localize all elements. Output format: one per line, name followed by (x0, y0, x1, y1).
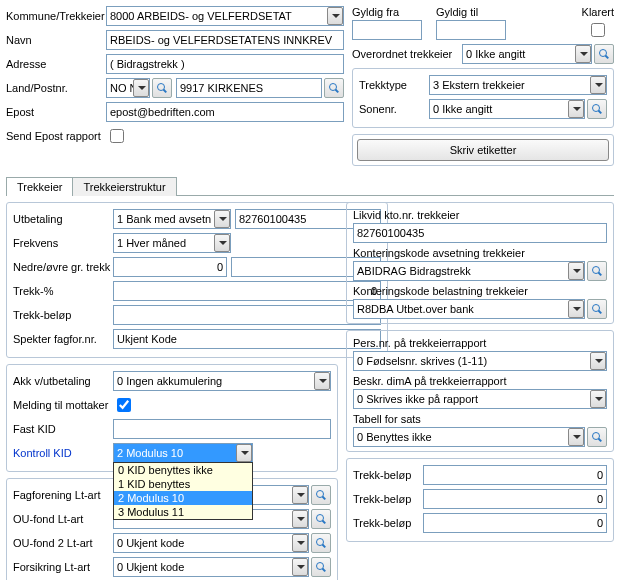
search-icon (329, 83, 339, 93)
nedre-input[interactable] (113, 257, 227, 277)
kont-bel-input[interactable] (353, 299, 585, 319)
forsikring-search-btn[interactable] (311, 557, 331, 577)
tab-trekkeier[interactable]: Trekkeier (6, 177, 73, 196)
melding-checkbox[interactable] (117, 398, 131, 412)
label-melding: Melding til mottaker (13, 399, 113, 411)
label-land: Land/Postnr. (6, 82, 106, 94)
persnr-input[interactable] (353, 351, 607, 371)
label-oufond: OU-fond Lt-art (13, 513, 113, 525)
kid-option-0[interactable]: 0 KID benyttes ikke (114, 463, 252, 477)
gyldigtil-input[interactable] (436, 20, 506, 40)
label-trekkbelop: Trekk-beløp (13, 309, 113, 321)
akk-dropdown-btn[interactable] (314, 372, 330, 390)
label-akk: Akk v/utbetaling (13, 375, 113, 387)
sonenr-input[interactable] (429, 99, 585, 119)
label-gyldigtil: Gyldig til (436, 6, 506, 18)
spekter-input[interactable] (113, 329, 381, 349)
label-adresse: Adresse (6, 58, 106, 70)
kont-bel-search-btn[interactable] (587, 299, 607, 319)
kontrollkid-select[interactable] (113, 443, 253, 463)
oufond2-input[interactable] (113, 533, 309, 553)
trekktype-input[interactable] (429, 75, 607, 95)
beskr-dropdown-btn[interactable] (590, 390, 606, 408)
trekkbelop-input[interactable] (113, 305, 381, 325)
label-fagforening: Fagforening Lt-art (13, 489, 113, 501)
forsikring-dropdown-btn[interactable] (292, 558, 308, 576)
tabell-search-btn[interactable] (587, 427, 607, 447)
label-trekkpct: Trekk-% (13, 285, 113, 297)
label-beskr: Beskr. dimA på trekkeierrapport (353, 375, 607, 387)
kommune-dropdown-btn[interactable] (327, 7, 343, 25)
label-nedre: Nedre/øvre gr. trekk (13, 261, 113, 273)
frekvens-dropdown-btn[interactable] (214, 234, 230, 252)
postnr-input[interactable] (176, 78, 322, 98)
search-icon (592, 104, 602, 114)
overordnet-dropdown-btn[interactable] (575, 45, 591, 63)
tb-input-1[interactable] (423, 465, 607, 485)
klarert-checkbox[interactable] (591, 23, 605, 37)
label-epost: Epost (6, 106, 106, 118)
oufond2-dropdown-btn[interactable] (292, 534, 308, 552)
oufond-search-btn[interactable] (311, 509, 331, 529)
tb-input-3[interactable] (423, 513, 607, 533)
sonenr-dropdown-btn[interactable] (568, 100, 584, 118)
kontrollkid-dropdown-btn[interactable] (236, 444, 252, 462)
trekktype-dropdown-btn[interactable] (590, 76, 606, 94)
overordnet-input[interactable] (462, 44, 592, 64)
skriv-etiketter-button[interactable]: Skriv etiketter (357, 139, 609, 161)
tabell-dropdown-btn[interactable] (568, 428, 584, 446)
kontrollkid-dropdown-list[interactable]: 0 KID benyttes ikke 1 KID benyttes 2 Mod… (113, 462, 253, 520)
kont-avs-dropdown-btn[interactable] (568, 262, 584, 280)
tabell-input[interactable] (353, 427, 585, 447)
kid-option-3[interactable]: 3 Modulus 11 (114, 505, 252, 519)
fastkid-input[interactable] (113, 419, 331, 439)
kont-avs-input[interactable] (353, 261, 585, 281)
kid-option-2[interactable]: 2 Modulus 10 (114, 491, 252, 505)
fagforening-search-btn[interactable] (311, 485, 331, 505)
label-likvid: Likvid kto.nr. trekkeier (353, 209, 607, 221)
kid-option-1[interactable]: 1 KID benyttes (114, 477, 252, 491)
search-icon (599, 49, 609, 59)
label-kommune: Kommune/Trekkeier (6, 10, 106, 22)
label-utbetaling: Utbetaling (13, 213, 113, 225)
navn-input[interactable] (106, 30, 344, 50)
persnr-dropdown-btn[interactable] (590, 352, 606, 370)
overordnet-search-btn[interactable] (594, 44, 614, 64)
kont-avs-search-btn[interactable] (587, 261, 607, 281)
label-oufond2: OU-fond 2 Lt-art (13, 537, 113, 549)
sonenr-search-btn[interactable] (587, 99, 607, 119)
search-icon (316, 562, 326, 572)
tab-trekkeierstruktur[interactable]: Trekkeierstruktur (72, 177, 176, 196)
epost-input[interactable] (106, 102, 344, 122)
search-icon (316, 490, 326, 500)
tb-input-2[interactable] (423, 489, 607, 509)
sendepost-checkbox[interactable] (110, 129, 124, 143)
akk-select[interactable] (113, 371, 331, 391)
label-klarert: Klarert (582, 6, 614, 18)
utbetaling-dropdown-btn[interactable] (214, 210, 230, 228)
oufond2-search-btn[interactable] (311, 533, 331, 553)
gyldigfra-input[interactable] (352, 20, 422, 40)
land-search-btn[interactable] (152, 78, 172, 98)
search-icon (316, 514, 326, 524)
label-spekter: Spekter fagfor.nr. (13, 333, 113, 345)
postnr-search-btn[interactable] (324, 78, 344, 98)
adresse-input[interactable] (106, 54, 344, 74)
search-icon (592, 432, 602, 442)
fagforening-dropdown-btn[interactable] (292, 486, 308, 504)
label-sonenr: Sonenr. (359, 103, 429, 115)
label-gyldigfra: Gyldig fra (352, 6, 422, 18)
land-dropdown-btn[interactable] (133, 79, 149, 97)
beskr-input[interactable] (353, 389, 607, 409)
label-kont-bel: Konteringskode belastning trekkeier (353, 285, 607, 297)
label-kont-avs: Konteringskode avsetning trekkeier (353, 247, 607, 259)
kommune-input[interactable] (106, 6, 344, 26)
search-icon (592, 266, 602, 276)
trekkpct-input[interactable] (113, 281, 381, 301)
forsikring-input[interactable] (113, 557, 309, 577)
kont-bel-dropdown-btn[interactable] (568, 300, 584, 318)
likvid-input[interactable] (353, 223, 607, 243)
label-persnr: Pers.nr. på trekkeierrapport (353, 337, 607, 349)
label-tabell: Tabell for sats (353, 413, 607, 425)
oufond-dropdown-btn[interactable] (292, 510, 308, 528)
